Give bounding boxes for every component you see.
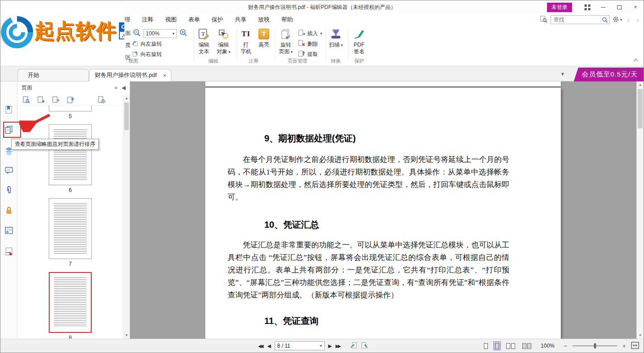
statusbar: ◀◀ ◀ 8 / 11▾ ▶ ▶▶ 100% −: [0, 339, 644, 353]
chevron-down-icon: ▾: [289, 50, 292, 54]
attachments-panel-button[interactable]: [4, 186, 13, 195]
menu-item-organize[interactable]: 理: [124, 16, 130, 24]
settings-button[interactable]: ▾: [613, 16, 622, 24]
zoom-percentage: 100%: [541, 343, 555, 349]
highlight-button[interactable]: T 高亮: [255, 27, 273, 48]
next-view-icon[interactable]: [360, 342, 368, 349]
rotate-right-icon: [132, 51, 138, 58]
thumbnail-page-5[interactable]: [49, 106, 92, 111]
delete-pages-button[interactable]: 删除: [298, 40, 318, 48]
first-page-button[interactable]: ◀◀: [258, 344, 263, 349]
extract-pages-button[interactable]: 提取: [298, 50, 318, 58]
panel-more-tools-icon[interactable]: [98, 96, 105, 103]
thumbnail-page-8-selected[interactable]: [49, 272, 92, 333]
layout-grid-icon[interactable]: [579, 0, 595, 14]
next-page-button[interactable]: ▶: [328, 343, 332, 349]
replace-page-tool-icon[interactable]: [52, 96, 59, 103]
rotate-left-button[interactable]: 向左旋转: [132, 40, 162, 48]
section-9-body: 在每个月凭证制作之前必须进行期初数据处理，否则凭证号将延续上一个月的号码，不能从…: [228, 153, 509, 204]
zoom-in-button[interactable]: ＋: [621, 342, 627, 350]
menu-item-share[interactable]: 共享: [235, 16, 246, 24]
continuous-view-button[interactable]: [493, 341, 501, 350]
typewriter-button[interactable]: TI 打字机: [237, 27, 255, 55]
menu-item-view[interactable]: 视图: [165, 16, 177, 24]
zoom-out-button[interactable]: −: [562, 343, 569, 349]
fit-width-button[interactable]: 度: [125, 42, 131, 49]
thumbnail-label-5: 5: [69, 113, 72, 119]
scroll-up-icon[interactable]: ▲: [123, 95, 130, 102]
minimize-button[interactable]: [595, 0, 611, 14]
view-zoom-controls: 100% − ＋: [482, 341, 639, 350]
rotate-pages-button[interactable]: 旋转页面 ▾: [276, 27, 296, 55]
zoom-slider[interactable]: [572, 342, 617, 350]
previous-page-button[interactable]: ◀: [267, 343, 271, 349]
panel-scrollbar-thumb[interactable]: [124, 102, 129, 130]
search-input[interactable]: [551, 17, 600, 23]
expand-panel-icon[interactable]: »: [114, 85, 118, 91]
nav-back-button[interactable]: ‹: [625, 16, 631, 24]
fields-panel-button[interactable]: [4, 226, 13, 235]
scroll-down-icon[interactable]: ▼: [637, 332, 644, 339]
typewriter-icon: TI: [237, 27, 255, 41]
bookmarks-panel-button[interactable]: [4, 105, 13, 114]
page-options-icon[interactable]: [23, 96, 30, 103]
tab-start[interactable]: 开始: [17, 69, 89, 81]
fit-page-button[interactable]: 面: [125, 30, 131, 37]
menu-item-comment[interactable]: 注释: [142, 16, 153, 24]
edit-object-button[interactable]: 编辑对象 ▾: [214, 27, 233, 55]
comments-panel-button[interactable]: [4, 166, 13, 175]
edit-text-button[interactable]: T 编辑文本: [194, 27, 214, 55]
zoom-level-select[interactable]: 100%▾: [144, 29, 177, 38]
close-tab-icon[interactable]: ×: [163, 72, 166, 79]
thumbnail-page-6[interactable]: [49, 124, 92, 185]
continuous-facing-view-button[interactable]: [521, 341, 533, 350]
page-number-select[interactable]: 8 / 11▾: [275, 341, 325, 350]
close-button[interactable]: ×: [627, 0, 644, 14]
panel-scrollbar[interactable]: ▲ ▼: [123, 95, 130, 339]
menu-item-protect[interactable]: 保护: [212, 16, 223, 24]
scroll-down-icon[interactable]: ▼: [123, 332, 130, 339]
window-controls: 未登录 ×: [547, 0, 644, 14]
document-scrollbar[interactable]: ▲ ▼: [636, 81, 644, 339]
menu-item-form[interactable]: 表单: [188, 16, 200, 24]
facing-view-button[interactable]: [504, 341, 517, 350]
insert-pages-button[interactable]: 插入▾: [298, 30, 322, 38]
fit-page-icon[interactable]: [631, 342, 639, 350]
pdf-sign-button[interactable]: PDF签名: [349, 27, 369, 55]
menu-item-help[interactable]: 帮助: [281, 16, 293, 24]
tab-list-caret-icon[interactable]: ▼: [560, 72, 565, 77]
collapse-panel-icon[interactable]: ◀: [122, 85, 126, 91]
scan-button[interactable]: 扫描 ▾: [327, 27, 345, 49]
page-navigation: ◀◀ ◀ 8 / 11▾ ▶ ▶▶: [258, 341, 368, 350]
insert-page-tool-icon[interactable]: [38, 96, 45, 103]
insert-page-icon: [298, 30, 305, 38]
find-document-icon[interactable]: [540, 16, 547, 24]
extract-page-tool-icon[interactable]: [67, 96, 74, 103]
maximize-button[interactable]: [611, 0, 627, 14]
scroll-up-icon[interactable]: ▲: [637, 81, 644, 88]
collapse-ribbon-icon[interactable]: [633, 57, 638, 63]
delete-page-icon: [298, 40, 305, 48]
zoom-in-icon[interactable]: [179, 29, 187, 38]
membership-banner[interactable]: 会员低至0.5元/天: [574, 68, 644, 81]
annotation-highlight-box: [3, 122, 21, 138]
tab-document[interactable]: 财务用户操作说明书.pdf ×: [89, 69, 171, 81]
document-scrollbar-thumb[interactable]: [638, 89, 643, 128]
edit-object-icon: [214, 27, 233, 41]
signatures-panel-button[interactable]: [4, 247, 13, 256]
security-panel-button[interactable]: [4, 206, 13, 215]
chevron-down-icon: ▾: [227, 50, 230, 54]
section-10-body: 凭证汇总是非常重要的功能之一。可以从菜单中选择凭证汇总模块，也可以从工具栏中点击…: [228, 239, 509, 302]
last-page-button[interactable]: ▶▶: [335, 344, 341, 349]
thumbnail-page-7[interactable]: [49, 198, 92, 259]
zoom-out-icon[interactable]: [133, 29, 141, 38]
ribbon-divider: [326, 29, 326, 60]
rotate-right-button[interactable]: 向右旋转: [132, 51, 162, 58]
zoom-slider-thumb[interactable]: [594, 343, 596, 349]
nav-forward-button[interactable]: ›: [635, 16, 641, 24]
previous-view-icon[interactable]: [350, 342, 358, 349]
search-icon[interactable]: [600, 16, 609, 24]
menu-item-present[interactable]: 放映: [258, 16, 270, 24]
single-page-view-button[interactable]: [482, 341, 490, 350]
login-button[interactable]: 未登录: [547, 3, 572, 12]
